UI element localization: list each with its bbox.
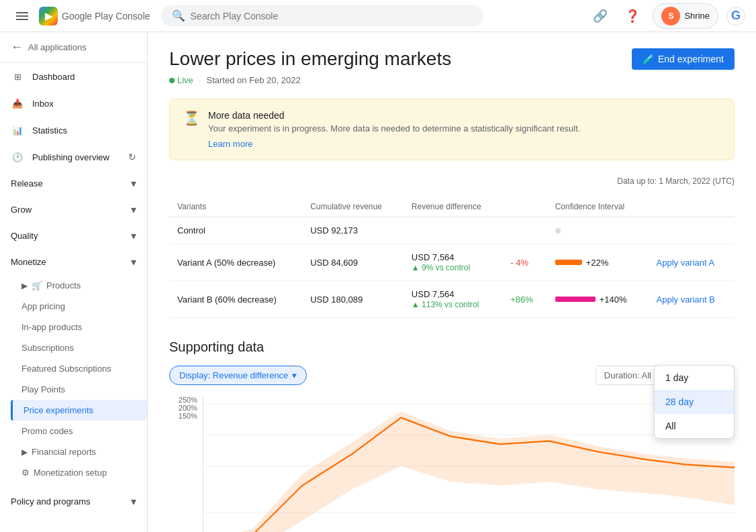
user-name: Shrine [684, 11, 710, 21]
sidebar-item-label: Inbox [32, 99, 54, 109]
sidebar-item-promo-codes[interactable]: Promo codes [11, 421, 147, 441]
logo-icon: ▶ [39, 7, 58, 25]
quality-section-header[interactable]: Quality ▾ [0, 223, 147, 249]
sidebar-item-label: Products [46, 280, 81, 290]
sidebar-item-price-experiments[interactable]: Price experiments [11, 400, 147, 421]
google-account-icon[interactable]: G [726, 7, 745, 25]
policy-section-header[interactable]: Policy and programs ▾ [0, 488, 147, 515]
y-label-150: 150% [179, 412, 197, 420]
sidebar-item-label: Featured Subscriptions [21, 364, 111, 374]
col-action [649, 197, 735, 217]
end-experiment-button[interactable]: 🧪 End experiment [632, 48, 735, 70]
monetize-section-header[interactable]: Monetize ▾ [0, 249, 147, 275]
action-apply-b[interactable]: Apply variant B [649, 281, 735, 318]
y-label-250: 250% [179, 396, 197, 404]
bar-chart-icon: 📊 [11, 123, 24, 137]
grow-section-header[interactable]: Grow ▾ [0, 197, 147, 223]
action-apply-a[interactable]: Apply variant A [649, 244, 735, 281]
display-revenue-diff-button[interactable]: Display: Revenue difference ▾ [169, 366, 307, 385]
back-to-apps[interactable]: ← All applications [0, 32, 147, 63]
learn-more-link[interactable]: Learn more [208, 139, 252, 149]
started-date: Started on Feb 20, 2022 [206, 75, 300, 85]
table-row: Variant B (60% decrease) USD 180,089 USD… [169, 281, 735, 318]
release-section-header[interactable]: Release ▾ [0, 170, 147, 197]
pct-change: - 4% [502, 244, 547, 281]
expand-arrow-icon: ▶ [21, 281, 28, 290]
monetize-label: Monetize [11, 257, 46, 267]
table-row: Variant A (50% decrease) USD 84,609 USD … [169, 244, 735, 281]
chart-area: 250% 200% 150% 50% [169, 396, 735, 532]
search-icon: 🔍 [172, 9, 185, 22]
sidebar-item-statistics[interactable]: 📊 Statistics [0, 117, 147, 144]
col-confidence-interval: Confidence Interval [547, 197, 649, 217]
cumulative-revenue: USD 84,609 [302, 244, 404, 281]
sidebar-item-monetization-setup[interactable]: ⚙ Monetization setup [11, 462, 147, 483]
col-empty [502, 197, 547, 217]
sidebar-item-featured-subscriptions[interactable]: Featured Subscriptions [11, 358, 147, 379]
col-revenue-difference: Revenue difference [404, 197, 502, 217]
chart-y-axis: 250% 200% 150% 50% [169, 396, 203, 532]
sidebar-item-label: Play Points [21, 384, 65, 394]
warning-icon: ⏳ [183, 110, 200, 126]
confidence [547, 217, 649, 244]
sidebar-item-play-points[interactable]: Play Points [11, 379, 147, 400]
cumulative-revenue: USD 180,089 [302, 281, 404, 318]
sidebar-item-inbox[interactable]: 📥 Inbox [0, 90, 147, 117]
grow-label: Grow [11, 205, 32, 215]
help-icon[interactable]: ❓ [620, 4, 645, 28]
clock-icon: 🕐 [11, 150, 24, 164]
duration-label: Duration: All [604, 370, 651, 380]
sidebar-item-in-app-products[interactable]: In-app products [11, 317, 147, 337]
menu-toggle[interactable] [11, 5, 34, 28]
pct-change [502, 217, 547, 244]
sidebar-item-label: Price experiments [23, 405, 93, 415]
dropdown-item-1day[interactable]: 1 day [655, 366, 734, 390]
duration-dropdown: 1 day 28 day All [654, 365, 735, 439]
expand-arrow-icon: ▶ [21, 447, 28, 457]
display-label: Display: Revenue difference [179, 370, 288, 380]
sidebar-item-label: Publishing overview [32, 152, 109, 162]
y-label-200: 200% [179, 404, 197, 412]
sidebar-item-label: Subscriptions [21, 343, 74, 353]
revenue-diff: USD 7,564 ▲ 9% vs control [404, 244, 502, 281]
sidebar-item-dashboard[interactable]: ⊞ Dashboard [0, 63, 147, 90]
sidebar-item-app-pricing[interactable]: App pricing [11, 296, 147, 317]
confidence-dot [555, 228, 561, 233]
status-badge: Live [177, 75, 193, 85]
sidebar-item-financial-reports[interactable]: ▶ Financial reports [11, 441, 147, 462]
dropdown-item-28day[interactable]: 28 day [655, 390, 734, 414]
revenue-diff: USD 7,564 ▲ 113% vs control [404, 281, 502, 318]
sidebar-item-subscriptions[interactable]: Subscriptions [11, 337, 147, 358]
revenue-diff [404, 217, 502, 244]
sidebar-item-label: Financial reports [32, 447, 96, 457]
warning-body: Your experiment is in progress. More dat… [208, 123, 580, 134]
table-row: Control USD 92,173 [169, 217, 735, 244]
link-icon[interactable]: 🔗 [588, 4, 612, 28]
chevron-down-icon: ▾ [131, 177, 136, 190]
variant-name: Variant B (60% decrease) [169, 281, 302, 318]
refresh-icon[interactable]: ↻ [128, 152, 136, 162]
avatar: S [661, 7, 680, 25]
col-variants: Variants [169, 197, 302, 217]
inbox-icon: 📥 [11, 97, 24, 110]
sidebar-item-label: Monetization setup [34, 468, 107, 478]
data-up-to: Data up to: 1 March, 2022 (UTC) [169, 176, 735, 186]
user-badge[interactable]: S Shrine [653, 3, 718, 29]
sidebar-item-publishing[interactable]: 🕐 Publishing overview ↻ [0, 144, 147, 170]
sidebar-item-label: Dashboard [32, 72, 75, 82]
supporting-data-title: Supporting data [169, 339, 735, 355]
col-cumulative-revenue: Cumulative revenue [302, 197, 404, 217]
confidence-label: +22% [586, 258, 609, 268]
back-label: All applications [28, 42, 87, 52]
warning-box: ⏳ More data needed Your experiment is in… [169, 99, 735, 160]
live-badge: Live [169, 75, 193, 85]
supporting-data-section: Supporting data Display: Revenue differe… [169, 339, 735, 532]
policy-label: Policy and programs [11, 496, 91, 507]
cumulative-revenue: USD 92,173 [302, 217, 404, 244]
chevron-down-icon: ▾ [131, 203, 136, 216]
sidebar-item-products[interactable]: ▶ 🛒 Products [11, 275, 147, 296]
quality-label: Quality [11, 231, 38, 241]
confidence-bar-pink [555, 297, 596, 302]
dropdown-item-all[interactable]: All [655, 414, 734, 438]
search-input[interactable] [191, 11, 473, 21]
